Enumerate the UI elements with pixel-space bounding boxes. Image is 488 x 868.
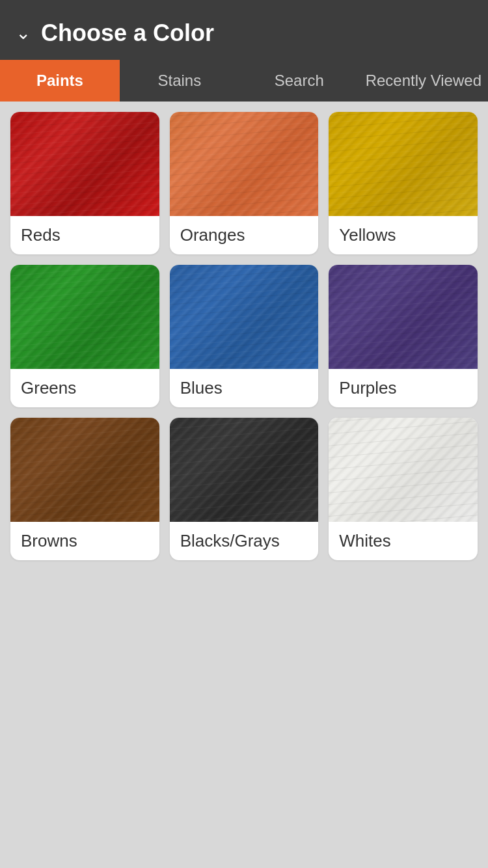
back-chevron-icon[interactable]: ⌄ — [16, 24, 31, 42]
grain-texture-greens — [10, 265, 159, 369]
tab-bar: Paints Stains Search Recently Viewed — [0, 60, 488, 102]
color-label-blues: Blues — [170, 369, 319, 407]
grain-texture-reds — [10, 112, 159, 216]
grain-texture-whites — [329, 418, 478, 522]
color-card-whites[interactable]: Whites — [329, 418, 478, 560]
tab-stains[interactable]: Stains — [120, 60, 239, 102]
grain-texture-blacks-grays — [170, 418, 319, 522]
header: ⌄ Choose a Color — [0, 0, 488, 60]
color-card-reds[interactable]: Reds — [10, 112, 159, 254]
color-label-whites: Whites — [329, 522, 478, 560]
color-label-yellows: Yellows — [329, 216, 478, 254]
spacer — [0, 571, 488, 831]
color-card-blues[interactable]: Blues — [170, 265, 319, 407]
color-card-oranges[interactable]: Oranges — [170, 112, 319, 254]
tab-search[interactable]: Search — [239, 60, 359, 102]
grain-texture-purples — [329, 265, 478, 369]
color-label-browns: Browns — [10, 522, 159, 560]
color-swatch-reds — [10, 112, 159, 216]
grain-texture-yellows — [329, 112, 478, 216]
color-swatch-blacks-grays — [170, 418, 319, 522]
grain-texture-browns — [10, 418, 159, 522]
color-swatch-whites — [329, 418, 478, 522]
color-swatch-greens — [10, 265, 159, 369]
tab-paints[interactable]: Paints — [0, 60, 120, 102]
color-swatch-browns — [10, 418, 159, 522]
color-swatch-purples — [329, 265, 478, 369]
color-card-purples[interactable]: Purples — [329, 265, 478, 407]
color-swatch-yellows — [329, 112, 478, 216]
color-grid: RedsOrangesYellowsGreensBluesPurplesBrow… — [0, 102, 488, 571]
color-swatch-oranges — [170, 112, 319, 216]
color-label-reds: Reds — [10, 216, 159, 254]
color-label-oranges: Oranges — [170, 216, 319, 254]
color-card-yellows[interactable]: Yellows — [329, 112, 478, 254]
page-title: Choose a Color — [41, 20, 214, 47]
color-label-purples: Purples — [329, 369, 478, 407]
grain-texture-oranges — [170, 112, 319, 216]
color-label-blacks-grays: Blacks/Grays — [170, 522, 319, 560]
color-swatch-blues — [170, 265, 319, 369]
color-label-greens: Greens — [10, 369, 159, 407]
color-card-browns[interactable]: Browns — [10, 418, 159, 560]
color-card-blacks-grays[interactable]: Blacks/Grays — [170, 418, 319, 560]
color-card-greens[interactable]: Greens — [10, 265, 159, 407]
grain-texture-blues — [170, 265, 319, 369]
tab-recently-viewed[interactable]: Recently Viewed — [359, 60, 488, 102]
